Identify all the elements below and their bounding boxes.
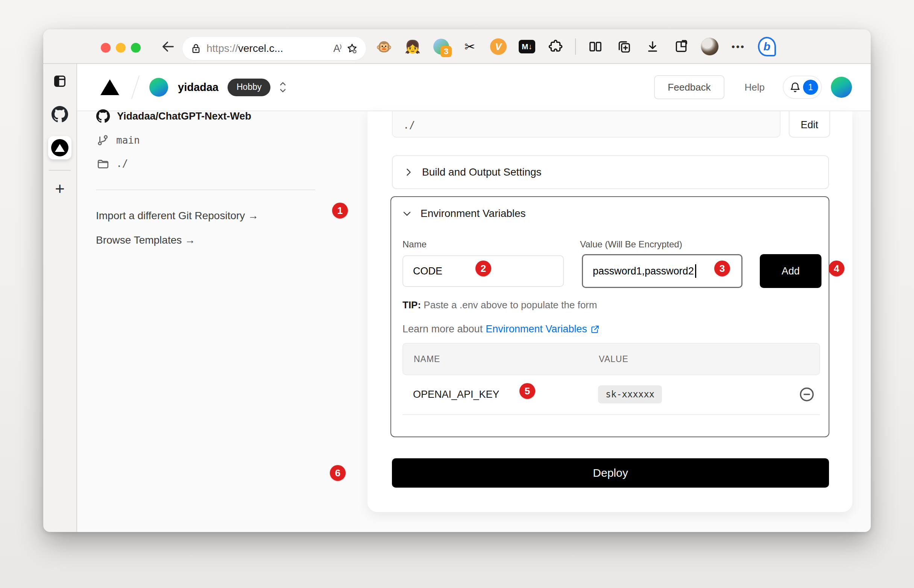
more-options-icon[interactable]: ••• [729, 37, 747, 56]
env-row-value-chip: sk-xxxxxx [598, 385, 662, 404]
column-value: VALUE [599, 354, 629, 364]
value-label: Value (Will Be Encrypted) [580, 239, 682, 250]
back-button[interactable] [156, 35, 180, 59]
left-divider [96, 189, 315, 190]
collections-icon[interactable] [615, 37, 633, 56]
branch-name: main [116, 135, 140, 146]
extension-count-badge: 3 [440, 46, 452, 57]
downloads-icon[interactable] [644, 37, 662, 56]
team-name: yidadaa [178, 81, 218, 94]
env-table-header: NAME VALUE [403, 343, 820, 375]
deploy-button[interactable]: Deploy [392, 458, 829, 488]
video-downloader-extension-icon[interactable]: V [489, 37, 507, 56]
minimize-window-button[interactable] [116, 43, 126, 53]
text-caret [695, 264, 696, 278]
vercel-logo-icon[interactable] [100, 79, 119, 95]
github-icon [96, 109, 110, 123]
annotation-badge-2: 2 [476, 260, 491, 276]
close-window-button[interactable] [101, 43, 111, 53]
import-project-card: ./ Edit Build and Output Settings Enviro… [367, 111, 852, 512]
name-label: Name [403, 239, 427, 250]
bell-icon [789, 82, 801, 93]
env-name-value: CODE [413, 265, 442, 277]
root-dir-text: ./ [116, 158, 128, 169]
help-link[interactable]: Help [745, 82, 765, 93]
address-bar[interactable]: https://vercel.c... A⁾ [183, 37, 366, 60]
build-output-settings-toggle[interactable]: Build and Output Settings [392, 155, 829, 189]
root-directory-input[interactable]: ./ [392, 111, 780, 137]
tab-github-icon[interactable] [49, 104, 70, 125]
branch-info: main [97, 134, 140, 147]
vercel-favicon [51, 139, 68, 157]
remove-env-button[interactable] [799, 386, 815, 402]
browser-window: https://vercel.c... A⁾ 🐵 👧 3 ✂ V M↓ [43, 29, 871, 532]
import-repo-link[interactable]: Import a different Git Repository → [96, 210, 259, 222]
env-table-row: OPENAI_API_KEY sk-xxxxxx [403, 375, 820, 414]
root-dir-info: ./ [97, 157, 128, 170]
vercel-header: yidadaa Hobby Feedback Help 1 [77, 64, 871, 111]
add-env-button[interactable]: Add [760, 254, 822, 288]
tab-panel-toggle-icon[interactable] [49, 71, 70, 92]
team-switcher-icon[interactable] [277, 81, 288, 94]
git-branch-icon [97, 134, 110, 147]
plan-badge: Hobby [228, 79, 270, 96]
markdown-extension-icon[interactable]: M↓ [518, 37, 536, 56]
minus-circle-icon [799, 386, 815, 402]
annotation-badge-4: 4 [828, 260, 844, 276]
page-content: yidadaa Hobby Feedback Help 1 Yidadaa/Ch… [77, 64, 871, 532]
browse-templates-link[interactable]: Browse Templates → [96, 234, 195, 246]
url-text: https://vercel.c... [207, 42, 283, 55]
column-name: NAME [403, 354, 599, 364]
zoom-window-button[interactable] [131, 43, 141, 53]
folder-icon [97, 157, 110, 170]
environment-variables-toggle[interactable]: Environment Variables [402, 208, 526, 220]
bing-chat-icon[interactable]: b [758, 37, 776, 56]
read-aloud-icon[interactable]: A⁾ [333, 42, 341, 55]
external-link-icon [590, 325, 600, 334]
browser-toolbar: https://vercel.c... A⁾ 🐵 👧 3 ✂ V M↓ [43, 29, 871, 64]
tip-text: TIP: Paste a .env above to populate the … [403, 299, 597, 311]
vertical-tab-strip: + [43, 64, 77, 532]
edit-button[interactable]: Edit [789, 111, 830, 137]
repo-name: Yidadaa/ChatGPT-Next-Web [117, 110, 251, 122]
extensions-puzzle-icon[interactable] [547, 37, 565, 56]
env-value-value: password1,password2 [593, 265, 694, 277]
breadcrumb-slash [131, 75, 139, 99]
persona-extension-icon[interactable]: 👧 [404, 37, 422, 56]
new-tab-button[interactable]: + [49, 178, 70, 199]
environment-variables-section: Environment Variables Name Value (Will B… [390, 196, 829, 437]
env-section-title: Environment Variables [421, 208, 526, 220]
env-docs-link[interactable]: Environment Variables [485, 323, 587, 335]
team-avatar[interactable] [149, 78, 168, 97]
annotation-badge-5: 5 [519, 383, 535, 399]
repo-info: Yidadaa/ChatGPT-Next-Web [96, 109, 251, 123]
annotation-badge-3: 3 [714, 260, 730, 276]
tab-vercel-active[interactable] [48, 136, 71, 159]
notifications-button[interactable]: 1 [783, 76, 822, 99]
toolbar-separator [575, 38, 576, 55]
annotation-badge-6: 6 [330, 465, 346, 481]
learn-more-text: Learn more about Environment Variables [403, 323, 600, 335]
build-section-title: Build and Output Settings [422, 166, 542, 178]
user-avatar[interactable] [831, 77, 852, 98]
notification-count-badge: 1 [803, 80, 818, 95]
tampermonkey-extension-icon[interactable]: 🐵 [375, 37, 393, 56]
annotation-badge-1: 1 [332, 203, 348, 218]
feedback-button[interactable]: Feedback [654, 75, 724, 99]
env-row-divider [403, 414, 820, 415]
badge-extension-icon[interactable]: 3 [432, 37, 450, 56]
workspaces-icon[interactable] [672, 37, 690, 56]
split-screen-icon[interactable] [586, 37, 605, 56]
chevron-right-icon [403, 167, 414, 178]
lock-icon [191, 43, 201, 54]
extension-row: 🐵 👧 3 ✂ V M↓ [375, 35, 776, 59]
profile-avatar[interactable] [701, 37, 719, 56]
scissors-extension-icon[interactable]: ✂ [461, 37, 479, 56]
chevron-down-icon [402, 208, 412, 219]
add-favorite-icon[interactable] [346, 43, 358, 54]
tabstrip-divider [49, 170, 71, 171]
env-row-name: OPENAI_API_KEY [403, 389, 598, 401]
